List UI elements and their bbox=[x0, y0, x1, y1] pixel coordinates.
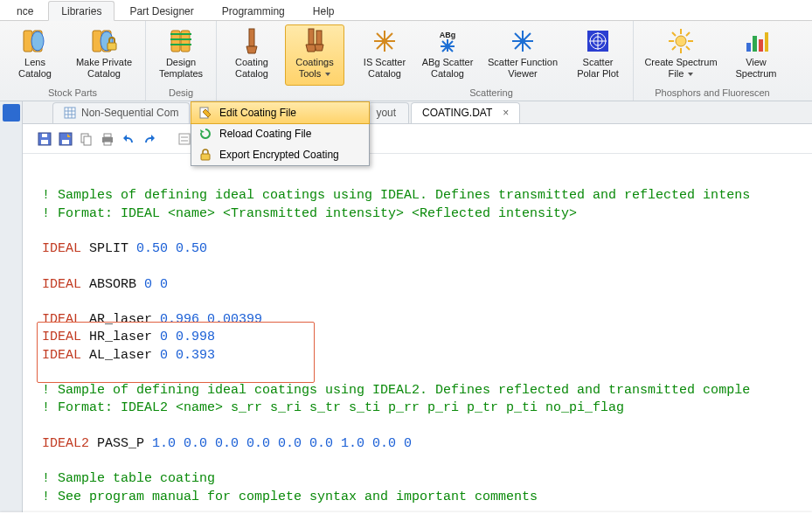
code-editor[interactable]: ! Samples of defining ideal coatings usi… bbox=[0, 154, 812, 515]
ribbon-tab-libraries[interactable]: Libraries bbox=[48, 1, 115, 21]
code-ident: ABSORB bbox=[89, 277, 136, 292]
svg-rect-10 bbox=[309, 29, 314, 45]
coating-catalog-button[interactable]: Coating Catalog bbox=[222, 24, 281, 86]
print-icon[interactable] bbox=[100, 131, 115, 147]
scatter-polar-plot-button[interactable]: Scatter Polar Plot bbox=[568, 24, 628, 86]
ribbon-tab-programming[interactable]: Programming bbox=[209, 1, 298, 20]
ribbon-tab-part-designer[interactable]: Part Designer bbox=[116, 1, 206, 20]
copy-icon[interactable] bbox=[79, 131, 94, 147]
code-comment: ! Samples of defining ideal coatings usi… bbox=[42, 188, 750, 203]
doc-tab-nsc-label: Non-Sequential Com bbox=[81, 107, 178, 119]
code-number: 0 0.393 bbox=[160, 348, 215, 363]
group-design-label: Desig bbox=[151, 86, 211, 101]
abg-scatter-catalog-label: ABg Scatter Catalog bbox=[420, 57, 475, 79]
svg-text:ABg: ABg bbox=[440, 31, 456, 39]
svg-rect-23 bbox=[65, 108, 75, 118]
svg-rect-22 bbox=[765, 32, 768, 52]
group-scattering: IS Scatter Catalog ABg ABg Scatter Catal… bbox=[350, 21, 634, 101]
doc-tab-layout-partial[interactable]: yout bbox=[368, 102, 409, 123]
is-scatter-catalog-button[interactable]: IS Scatter Catalog bbox=[355, 24, 414, 86]
edit-file-icon bbox=[198, 106, 212, 120]
caret-down-icon bbox=[688, 73, 693, 76]
svg-rect-9 bbox=[249, 29, 254, 46]
code-comment: ! See program manual for complete syntax… bbox=[42, 490, 538, 504]
reload-icon bbox=[198, 127, 212, 141]
is-scatter-catalog-label: IS Scatter Catalog bbox=[357, 57, 412, 79]
make-private-catalog-label: Make Private Catalog bbox=[71, 57, 137, 79]
group-phosphors: Create Spectrum File View Spectrum Phosp… bbox=[634, 21, 791, 101]
rail-button[interactable] bbox=[3, 104, 20, 122]
doc-tab-nsc[interactable]: Non-Sequential Com bbox=[52, 102, 190, 123]
svg-point-12 bbox=[382, 38, 387, 44]
close-tab-icon[interactable]: × bbox=[503, 107, 509, 119]
save-as-icon[interactable] bbox=[58, 131, 73, 147]
svg-rect-25 bbox=[201, 154, 210, 160]
code-keyword: IDEAL bbox=[42, 277, 81, 292]
coatings-tools-icon bbox=[301, 27, 329, 55]
ribbon-tab-help[interactable]: Help bbox=[300, 1, 348, 20]
dropdown-reload-coating[interactable]: Reload Coating File bbox=[191, 123, 369, 144]
export-lock-icon bbox=[198, 148, 212, 162]
code-ident: SPLIT bbox=[89, 241, 128, 256]
svg-rect-11 bbox=[316, 31, 322, 45]
lens-catalog-label: Lens Catalog bbox=[8, 57, 62, 79]
code-keyword: IDEAL bbox=[42, 330, 81, 344]
svg-rect-19 bbox=[746, 43, 751, 52]
save-icon[interactable] bbox=[37, 131, 52, 147]
code-keyword: IDEAL bbox=[42, 312, 81, 327]
svg-point-18 bbox=[676, 36, 686, 46]
group-coating: Coating Catalog Coatings Tools bbox=[217, 21, 350, 101]
design-templates-icon bbox=[167, 27, 195, 55]
editor-toolbar bbox=[0, 124, 812, 154]
abg-scatter-catalog-button[interactable]: ABg ABg Scatter Catalog bbox=[418, 24, 477, 86]
polar-plot-icon bbox=[584, 27, 612, 55]
spectrum-sun-icon bbox=[667, 27, 695, 55]
svg-rect-6 bbox=[108, 43, 116, 50]
code-keyword: IDEAL2 bbox=[42, 436, 89, 451]
code-comment: ! Sample table coating bbox=[42, 471, 215, 486]
doc-tab-layout-label: yout bbox=[376, 107, 396, 119]
group-stock-parts-label: Stock Parts bbox=[5, 86, 140, 101]
make-private-catalog-icon bbox=[90, 27, 118, 55]
torn-edge bbox=[0, 512, 812, 528]
create-spectrum-file-button[interactable]: Create Spectrum File bbox=[639, 24, 723, 86]
svg-rect-34 bbox=[104, 134, 111, 137]
ribbon-tab-partial[interactable]: nce bbox=[3, 1, 46, 20]
dropdown-reload-label: Reload Coating File bbox=[219, 128, 311, 140]
code-ident: HR_laser bbox=[89, 330, 152, 344]
make-private-catalog-button[interactable]: Make Private Catalog bbox=[68, 24, 140, 86]
redo-icon[interactable] bbox=[142, 131, 157, 147]
code-ident: AR_laser bbox=[89, 312, 152, 327]
doc-tab-coating[interactable]: COATING.DAT × bbox=[411, 102, 520, 123]
view-spectrum-button[interactable]: View Spectrum bbox=[726, 24, 786, 86]
undo-icon[interactable] bbox=[121, 131, 136, 147]
group-stock-parts: Lens Catalog Make Private Catalog Stock … bbox=[0, 21, 146, 101]
scatter-polar-plot-label: Scatter Polar Plot bbox=[571, 57, 625, 79]
svg-rect-20 bbox=[753, 36, 757, 52]
code-ident: PASS_P bbox=[97, 436, 144, 451]
svg-rect-30 bbox=[62, 140, 69, 144]
lens-catalog-icon bbox=[21, 27, 49, 55]
svg-rect-21 bbox=[759, 39, 763, 52]
lens-catalog-button[interactable]: Lens Catalog bbox=[5, 24, 65, 86]
group-phosphors-label: Phosphors and Fluorescen bbox=[639, 86, 786, 101]
code-comment: ! Sample of defining ideal coatings usin… bbox=[42, 383, 750, 398]
group-scattering-label: Scattering bbox=[355, 86, 628, 101]
code-ident: AL_laser bbox=[89, 348, 152, 363]
code-comment: ! Format: IDEAL <name> <Transmitted inte… bbox=[42, 206, 577, 221]
design-templates-button[interactable]: Design Templates bbox=[151, 24, 211, 86]
dropdown-export-encrypted[interactable]: Export Encrypted Coating bbox=[191, 144, 369, 165]
ribbon: Lens Catalog Make Private Catalog Stock … bbox=[0, 21, 812, 101]
coating-catalog-label: Coating Catalog bbox=[225, 57, 279, 79]
code-keyword: IDEAL bbox=[42, 241, 81, 256]
scatter-function-viewer-button[interactable]: Scatter Function Viewer bbox=[481, 24, 565, 86]
design-templates-label: Design Templates bbox=[154, 57, 208, 79]
code-number: 0 0 bbox=[144, 277, 168, 292]
coatings-tools-button[interactable]: Coatings Tools bbox=[285, 24, 344, 86]
code-keyword: IDEAL bbox=[42, 348, 81, 363]
create-spectrum-file-label: Create Spectrum File bbox=[642, 57, 720, 79]
code-number: 0.50 0.50 bbox=[136, 241, 207, 256]
document-tab-bar: Non-Sequential Com yout COATING.DAT × bbox=[0, 101, 812, 124]
svg-rect-27 bbox=[41, 140, 48, 144]
dropdown-edit-coating[interactable]: Edit Coating File bbox=[191, 101, 370, 124]
